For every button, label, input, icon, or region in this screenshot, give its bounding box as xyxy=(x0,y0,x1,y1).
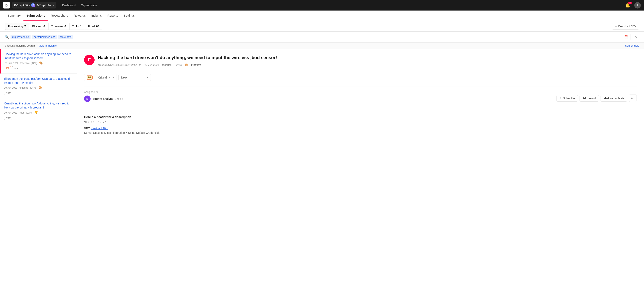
search-tag-sort[interactable]: sort:submitted-asc xyxy=(32,35,57,39)
status-row: P1 — Critical ✕ ▾ New ▾ xyxy=(84,74,637,81)
tag-new: New xyxy=(4,116,12,120)
search-help-link[interactable]: Search help xyxy=(625,44,639,47)
org-selector[interactable]: E-Corp USA / E E-Corp USA ▾ xyxy=(12,2,56,9)
tab-rewards[interactable]: Rewards xyxy=(71,11,88,21)
download-csv-button[interactable]: ⬇ Download CSV xyxy=(612,23,639,30)
results-bar: 7 results matching search · View in Insi… xyxy=(0,43,644,49)
severity-name: — Critical xyxy=(94,76,107,79)
detail-panel: F Hacking the hard drive won't do anythi… xyxy=(77,49,644,287)
secondary-nav: Summary Submissions Researchers Rewards … xyxy=(0,11,644,21)
assignee-edit-icon: 👁 xyxy=(96,91,99,94)
view-in-insights-link[interactable]: View in Insights xyxy=(38,44,56,47)
state-select[interactable]: New ▾ xyxy=(118,74,151,81)
detail-author: federico xyxy=(162,63,172,66)
assignee-name: bounty-analyst xyxy=(92,97,113,100)
severity-select[interactable]: P1 — Critical ✕ ▾ xyxy=(84,74,116,81)
list-item[interactable]: I'll program the cross-platform USB card… xyxy=(0,74,76,98)
submission-meta: 29 Jun 2021 · federico · (94%) · 🎨 xyxy=(5,61,72,65)
submission-title[interactable]: I'll program the cross-platform USB card… xyxy=(4,77,72,85)
vrt-version-link[interactable]: version 1.10.1 xyxy=(91,127,108,130)
search-bar: 🔍 duplicate:false sort:submitted-asc sta… xyxy=(0,32,644,43)
assignee-section: Assignee 👁 B bounty-analyst Admin xyxy=(84,91,123,102)
state-chevron-icon: ▾ xyxy=(147,76,148,79)
tab-insights[interactable]: Insights xyxy=(88,11,105,21)
search-tag-state[interactable]: state:new xyxy=(58,35,73,39)
vrt-badge: VRT xyxy=(84,127,90,130)
list-item[interactable]: Quantifying the circuit won't do anythin… xyxy=(0,98,76,123)
tab-reports[interactable]: Reports xyxy=(104,11,121,21)
submission-tags: P1 New xyxy=(5,66,72,70)
filter-processing[interactable]: Processing 7 xyxy=(5,23,29,30)
detail-date: 29 Jun 2021 xyxy=(144,63,159,66)
org-chevron-icon: ▾ xyxy=(53,4,54,7)
download-icon: ⬇ xyxy=(615,25,617,28)
search-tag-duplicate[interactable]: duplicate:false xyxy=(10,35,30,39)
org-name-label: E-Corp USA xyxy=(36,4,51,7)
notif-badge: 50 xyxy=(628,2,632,4)
filter-processing-label: Processing xyxy=(8,25,23,28)
user-avatar[interactable]: A xyxy=(634,2,641,9)
tab-submissions[interactable]: Submissions xyxy=(24,11,48,21)
tab-summary[interactable]: Summary xyxy=(5,11,24,21)
tab-researchers[interactable]: Researchers xyxy=(48,11,71,21)
detail-platform-emoji: 🎨 xyxy=(185,63,188,66)
notifications-button[interactable]: 🔔 50 xyxy=(624,2,632,9)
submission-tags: New xyxy=(4,116,72,120)
add-reward-button[interactable]: Add reward xyxy=(580,95,599,102)
assignee-role: Admin xyxy=(116,97,123,100)
filter-bar: Processing 7 Blocked 0 To review 0 To fi… xyxy=(0,21,644,32)
org-path-label: E-Corp USA / xyxy=(14,4,30,7)
severity-chevron-icon: ▾ xyxy=(112,76,114,79)
action-buttons: ☆ Subscribe Add reward Mark as duplicate… xyxy=(556,95,637,102)
filter-blocked[interactable]: Blocked 0 xyxy=(29,23,48,30)
description-code: %x('ls -al /') xyxy=(84,120,637,123)
calendar-button[interactable]: 📅 xyxy=(622,34,630,40)
tab-settings[interactable]: Settings xyxy=(121,11,138,21)
submission-meta: 29 Jun 2021 · federico · (94%) · 🎨 xyxy=(4,86,72,89)
subscribe-label: Subscribe xyxy=(563,97,575,100)
tag-new: New xyxy=(4,91,12,95)
submission-title[interactable]: Quantifying the circuit won't do anythin… xyxy=(4,102,72,110)
filter-to-review-label: To review xyxy=(51,25,63,28)
description-header: Here's a header for a description xyxy=(84,115,637,119)
submission-meta: 29 Jun 2021 · tyler · (91%) · 🏆 xyxy=(4,111,72,114)
filter-fixed-label: Fixed xyxy=(88,25,95,28)
mark-duplicate-button[interactable]: Mark as duplicate xyxy=(600,95,627,102)
state-label: New xyxy=(121,76,127,79)
nav-organization[interactable]: Organization xyxy=(79,3,99,8)
filter-to-review[interactable]: To review 0 xyxy=(48,23,69,30)
assignee-label: Assignee 👁 xyxy=(84,91,123,94)
detail-header-content: Hacking the hard drive won't do anything… xyxy=(98,55,637,70)
divider-2 xyxy=(84,111,637,111)
results-count: 7 results matching search · View in Insi… xyxy=(5,44,56,47)
filter-blocked-count: 0 xyxy=(44,25,45,28)
vrt-row: VRT version 1.10.1 xyxy=(84,127,637,130)
search-icon: 🔍 xyxy=(5,35,9,39)
detail-score: (94%) xyxy=(175,63,182,66)
detail-platform: Platform xyxy=(191,63,201,66)
org-icon: E xyxy=(31,3,35,7)
top-nav: b E-Corp USA / E E-Corp USA ▾ Dashboard … xyxy=(0,0,644,11)
detail-meta: eb02030f754188c3e617e74f2fb3f7c4 · 29 Ju… xyxy=(98,63,637,66)
submission-title[interactable]: Hacking the hard drive won't do anything… xyxy=(5,52,72,60)
detail-title: Hacking the hard drive won't do anything… xyxy=(98,55,637,61)
logo-icon: b xyxy=(3,2,10,9)
filter-fixed[interactable]: Fixed 68 xyxy=(85,23,102,30)
filter-blocked-label: Blocked xyxy=(32,25,42,28)
severity-close-icon[interactable]: ✕ xyxy=(108,76,110,79)
more-options-button[interactable]: ••• xyxy=(629,95,637,102)
assignee-avatar: B xyxy=(84,96,90,102)
severity-tag: P1 xyxy=(87,76,92,80)
clear-search-button[interactable]: ✕ xyxy=(632,34,639,40)
tag-new: New xyxy=(12,66,20,70)
filter-to-fix[interactable]: To fix 1 xyxy=(69,23,84,30)
vrt-category: Server Security Misconfiguration > Using… xyxy=(84,131,637,134)
subscribe-button[interactable]: ☆ Subscribe xyxy=(556,95,578,102)
submissions-list: Hacking the hard drive won't do anything… xyxy=(0,49,77,287)
top-nav-links: Dashboard Organization xyxy=(60,3,99,8)
nav-dashboard[interactable]: Dashboard xyxy=(60,3,78,8)
list-item[interactable]: Hacking the hard drive won't do anything… xyxy=(0,49,76,74)
report-avatar: F xyxy=(84,55,94,65)
tag-p1: P1 xyxy=(5,66,11,70)
star-icon: ☆ xyxy=(560,97,562,100)
